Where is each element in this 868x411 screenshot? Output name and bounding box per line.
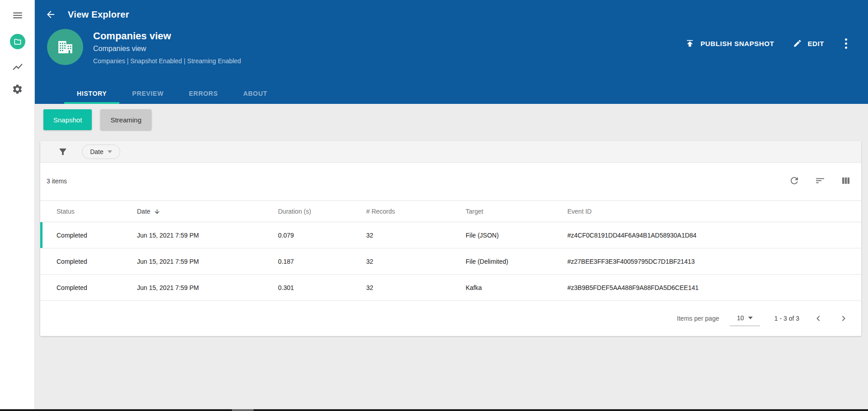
items-per-page-label: Items per page	[677, 315, 719, 322]
history-mode-toggle: Snapshot Streaming	[43, 109, 151, 130]
cell-duration: 0.187	[278, 258, 366, 265]
column-header-event-id[interactable]: Event ID	[567, 208, 861, 215]
cell-records: 32	[366, 232, 466, 239]
tab-errors[interactable]: ERRORS	[176, 83, 231, 104]
cell-status: Completed	[57, 284, 137, 291]
gear-icon	[12, 84, 23, 95]
pencil-icon	[793, 39, 802, 48]
folder-icon	[10, 34, 25, 49]
tab-preview[interactable]: PREVIEW	[119, 83, 176, 104]
next-page-button[interactable]	[837, 312, 850, 325]
view-tabs: HISTORY PREVIEW ERRORS ABOUT	[64, 83, 280, 104]
sidebar-item-views[interactable]	[0, 34, 35, 49]
chevron-down-icon	[108, 150, 112, 153]
chevron-right-icon	[838, 313, 849, 324]
cell-event-id: #z4CF0C8191DD44F6A94B1AD58930A1D84	[567, 232, 861, 239]
cell-status: Completed	[57, 232, 137, 239]
cell-date: Jun 15, 2021 7:59 PM	[137, 284, 278, 291]
filter-funnel-icon[interactable]	[58, 147, 68, 157]
back-arrow-icon[interactable]	[44, 8, 57, 21]
columns-icon[interactable]	[840, 175, 851, 186]
cell-target: File (Delimited)	[466, 258, 567, 265]
tab-about[interactable]: ABOUT	[231, 83, 280, 104]
history-table-card: Date 3 items Status Date	[40, 141, 861, 336]
sidebar-item-settings[interactable]	[0, 84, 35, 95]
page-header: View Explorer Companies	[35, 0, 868, 104]
sort-icon[interactable]	[815, 175, 826, 186]
date-filter-dropdown[interactable]: Date	[82, 145, 120, 159]
column-header-target[interactable]: Target	[466, 208, 567, 215]
refresh-icon[interactable]	[789, 175, 800, 186]
cell-records: 32	[366, 258, 466, 265]
cell-duration: 0.301	[278, 284, 366, 291]
items-count: 3 items	[47, 177, 67, 185]
table-body: Completed Jun 15, 2021 7:59 PM 0.079 32 …	[40, 222, 861, 301]
edit-button[interactable]: EDIT	[793, 39, 824, 48]
table-row[interactable]: Completed Jun 15, 2021 7:59 PM 0.079 32 …	[40, 222, 861, 248]
table-toolbar: 3 items	[40, 163, 861, 201]
cell-duration: 0.079	[278, 232, 366, 239]
view-hero: Companies view Companies view Companies …	[35, 29, 868, 65]
cell-status: Completed	[57, 258, 137, 265]
more-options-kebab-icon[interactable]	[843, 37, 849, 51]
view-avatar	[47, 29, 83, 65]
top-bar: View Explorer	[35, 0, 868, 29]
snapshot-toggle-button[interactable]: Snapshot	[43, 109, 92, 130]
previous-page-button[interactable]	[812, 312, 825, 325]
column-header-duration[interactable]: Duration (s)	[278, 208, 366, 215]
pagination-range: 1 - 3 of 3	[774, 315, 799, 322]
cell-records: 32	[366, 284, 466, 291]
table-row[interactable]: Completed Jun 15, 2021 7:59 PM 0.301 32 …	[40, 275, 861, 301]
header-actions: PUBLISH SNAPSHOT EDIT	[685, 34, 849, 52]
cell-date: Jun 15, 2021 7:59 PM	[137, 258, 278, 265]
cell-target: File (JSON)	[466, 232, 567, 239]
sort-arrow-down-icon	[154, 208, 160, 215]
publish-upload-icon	[685, 38, 695, 48]
chevron-left-icon	[813, 313, 824, 324]
main-content: Snapshot Streaming Date 3 items	[35, 104, 868, 411]
sidebar-item-metrics[interactable]	[0, 61, 35, 73]
line-chart-icon	[12, 61, 24, 73]
view-title: Companies view	[93, 30, 241, 42]
menu-icon[interactable]	[0, 9, 35, 21]
cell-target: Kafka	[466, 284, 567, 291]
table-row[interactable]: Completed Jun 15, 2021 7:59 PM 0.187 32 …	[40, 248, 861, 275]
cell-event-id: #z27BEE3FF3E3F40059795DC7D1BF21413	[567, 258, 861, 265]
column-header-records[interactable]: # Records	[366, 208, 466, 215]
streaming-toggle-button[interactable]: Streaming	[100, 109, 151, 130]
table-header-row: Status Date Duration (s) # Records Targe…	[40, 201, 861, 222]
chevron-down-icon	[748, 317, 753, 319]
page-size-select[interactable]: 10	[730, 314, 760, 326]
publish-snapshot-button[interactable]: PUBLISH SNAPSHOT	[685, 38, 774, 48]
pagination: Items per page 10 1 - 3 of 3	[40, 301, 861, 336]
horizontal-scrollbar	[0, 409, 868, 411]
view-subtitle: Companies view	[93, 43, 241, 55]
horizontal-scrollbar-thumb[interactable]	[232, 409, 254, 411]
filter-bar: Date	[40, 141, 861, 163]
page-title: View Explorer	[68, 9, 129, 20]
column-header-status[interactable]: Status	[57, 208, 137, 215]
left-sidebar	[0, 0, 35, 411]
column-header-date[interactable]: Date	[137, 208, 278, 215]
cell-date: Jun 15, 2021 7:59 PM	[137, 232, 278, 239]
view-meta: Companies | Snapshot Enabled | Streaming…	[93, 56, 241, 65]
tab-history[interactable]: HISTORY	[64, 83, 119, 104]
building-icon	[56, 37, 75, 56]
cell-event-id: #z3B9B5FDEF5AA488F9A88FDA5D6CEE141	[567, 284, 861, 291]
